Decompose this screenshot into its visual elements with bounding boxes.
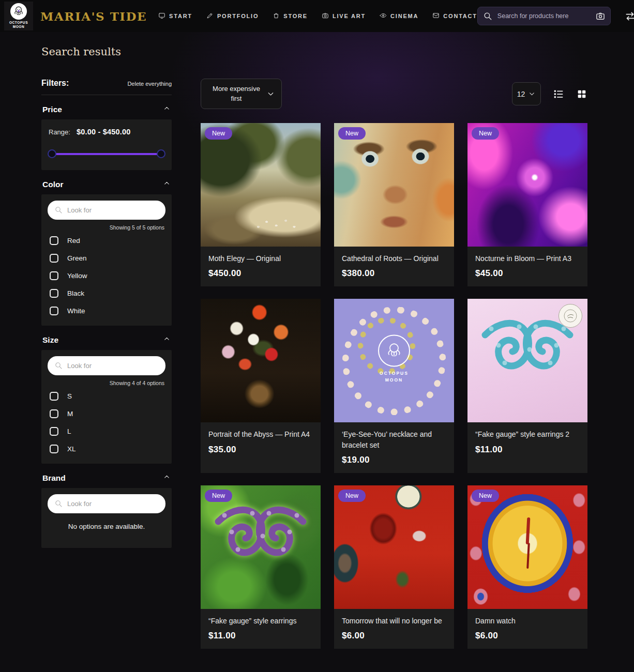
product-card[interactable]: New Damn watch $6.00 xyxy=(467,485,587,649)
results-area: More expensive first 12 xyxy=(201,79,588,649)
logo-wordmark: OCTOPUSMOON xyxy=(9,21,28,29)
product-image: New xyxy=(201,485,321,609)
sort-select[interactable]: More expensive first xyxy=(201,79,282,109)
size-options-list: S M L XL xyxy=(48,387,165,457)
checkbox[interactable] xyxy=(50,271,58,280)
checkbox[interactable] xyxy=(50,409,58,418)
product-card[interactable]: New Cathedral of Roots — Original $380.0… xyxy=(334,123,454,286)
search-icon xyxy=(54,206,63,214)
new-badge: New xyxy=(472,490,499,502)
product-info: “Fake gauge” style earrings 2 $11.00 xyxy=(467,422,587,473)
product-price: $6.00 xyxy=(342,631,446,641)
size-section-toggle[interactable]: Size xyxy=(41,326,172,350)
product-title: Nocturne in Bloom — Print A3 xyxy=(475,253,580,264)
header-actions xyxy=(477,7,634,25)
checkbox[interactable] xyxy=(50,289,58,298)
product-price: $6.00 xyxy=(475,631,580,641)
screen-icon xyxy=(158,12,165,20)
product-card[interactable]: OCTOPUSMOON ‘Eye-See-You’ necklace and b… xyxy=(334,299,454,473)
brand-search-input[interactable] xyxy=(48,494,165,513)
product-card[interactable]: New “Fake gauge” style earrings $11.00 xyxy=(201,485,321,649)
camera-icon xyxy=(322,12,329,20)
filter-option-red[interactable]: Red xyxy=(48,232,165,249)
checkbox[interactable] xyxy=(50,445,58,453)
chevron-down-icon xyxy=(528,90,536,98)
octopus-moon-logo-icon xyxy=(10,3,27,20)
grid-view-icon[interactable] xyxy=(576,88,587,100)
new-badge: New xyxy=(205,490,232,502)
product-card[interactable]: New Tomorrow that will no longer be $6.0… xyxy=(334,485,454,649)
color-search-input[interactable] xyxy=(48,201,165,220)
search-icon xyxy=(54,499,63,508)
product-price: $35.00 xyxy=(208,445,313,455)
chevron-up-icon xyxy=(163,104,171,114)
color-options-list: Red Green Yellow Black White xyxy=(48,232,165,319)
product-info: Nocturne in Bloom — Print A3 $45.00 xyxy=(467,247,587,286)
checkbox[interactable] xyxy=(50,236,58,245)
product-card[interactable]: “Fake gauge” style earrings 2 $11.00 xyxy=(467,299,587,473)
search-input[interactable] xyxy=(477,7,611,25)
product-title: Damn watch xyxy=(475,616,580,626)
filter-option-white[interactable]: White xyxy=(48,302,165,319)
product-image: New xyxy=(201,123,321,247)
price-section-toggle[interactable]: Price xyxy=(41,95,172,119)
nav-item-contact[interactable]: CONTACT xyxy=(432,12,477,20)
page-title: Search results xyxy=(41,45,172,58)
price-slider-max-handle[interactable] xyxy=(157,149,165,158)
bag-icon xyxy=(273,12,280,20)
product-info: Tomorrow that will no longer be $6.00 xyxy=(334,609,454,649)
checkbox[interactable] xyxy=(50,254,58,263)
product-price: $19.00 xyxy=(342,455,446,465)
clear-filters-button[interactable]: Delete everything xyxy=(127,81,172,87)
product-card[interactable]: New Nocturne in Bloom — Print A3 $45.00 xyxy=(467,123,587,286)
header-search xyxy=(477,7,611,25)
product-card[interactable]: New Moth Elegy — Original $450.00 xyxy=(201,123,321,286)
product-image: New xyxy=(334,123,454,247)
nav-item-start[interactable]: START xyxy=(158,12,192,20)
product-title: Moth Elegy — Original xyxy=(208,253,313,264)
product-image xyxy=(201,299,321,422)
product-title: Cathedral of Roots — Original xyxy=(342,253,446,264)
page-size-select[interactable]: 12 xyxy=(512,82,541,105)
artist-stamp xyxy=(558,304,582,328)
nav-item-portfolio[interactable]: PORTFOLIO xyxy=(206,12,259,20)
product-image: New xyxy=(467,485,587,609)
nav-item-live-art[interactable]: LIVE ART xyxy=(322,12,366,20)
filter-option-m[interactable]: M xyxy=(48,405,165,422)
envelope-icon xyxy=(432,12,440,20)
visual-search-camera-icon[interactable] xyxy=(595,11,606,21)
price-slider-min-handle[interactable] xyxy=(48,149,56,158)
filter-option-green[interactable]: Green xyxy=(48,249,165,267)
price-panel: Range:$0.00 - $450.00 xyxy=(41,119,172,170)
filter-option-yellow[interactable]: Yellow xyxy=(48,267,165,284)
product-image xyxy=(467,299,587,422)
product-info: ‘Eye-See-You’ necklace and bracelet set … xyxy=(334,422,454,473)
search-icon xyxy=(483,11,492,21)
filter-option-l[interactable]: L xyxy=(48,422,165,440)
size-search-input[interactable] xyxy=(48,356,165,375)
product-price: $11.00 xyxy=(208,631,313,641)
product-image: New xyxy=(334,485,454,609)
color-panel: Showing 5 of 5 options Red Green Yellow … xyxy=(41,194,172,326)
product-title: Tomorrow that will no longer be xyxy=(342,616,446,626)
checkbox[interactable] xyxy=(50,392,58,401)
list-view-icon[interactable] xyxy=(553,88,564,100)
filter-option-black[interactable]: Black xyxy=(48,284,165,302)
color-options-count: Showing 5 of 5 options xyxy=(49,224,164,231)
product-card[interactable]: Portrait of the Abyss — Print A4 $35.00 xyxy=(201,299,321,473)
new-badge: New xyxy=(338,490,366,502)
price-range-display: Range:$0.00 - $450.00 xyxy=(48,126,165,136)
site-logo[interactable]: OCTOPUSMOON xyxy=(4,2,33,30)
filter-option-xl[interactable]: XL xyxy=(48,440,165,457)
nav-item-cinema[interactable]: CINEMA xyxy=(380,12,418,20)
product-image: New xyxy=(467,123,587,247)
nav-item-store[interactable]: STORE xyxy=(273,12,308,20)
sort-selected-value: More expensive first xyxy=(201,84,266,104)
product-title: “Fake gauge” style earrings xyxy=(208,616,313,626)
brand-section-toggle[interactable]: Brand xyxy=(41,464,172,488)
checkbox[interactable] xyxy=(50,307,58,315)
compare-icon[interactable] xyxy=(624,10,634,22)
color-section-toggle[interactable]: Color xyxy=(41,170,172,194)
checkbox[interactable] xyxy=(50,427,58,436)
filter-option-s[interactable]: S xyxy=(48,387,165,405)
